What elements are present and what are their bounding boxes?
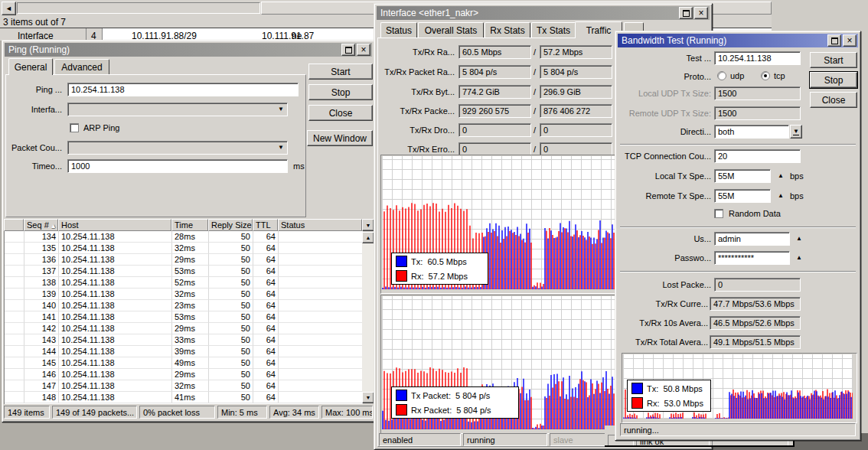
col-blank[interactable] [4,219,24,231]
scrollbar-track[interactable] [362,243,374,392]
table-row[interactable]: 14310.254.11.13833ms5064 [5,334,363,346]
back-button[interactable]: ◄ [2,2,16,15]
rx-color-swatch [396,404,407,416]
direction-combo[interactable]: both [714,125,789,139]
user-input[interactable]: admin [714,232,790,246]
maximize-button[interactable] [827,34,841,47]
spin-up-icon[interactable]: ▲ [778,193,784,199]
tcp-connection-count-input[interactable]: 20 [714,149,801,163]
ping-interface-combo[interactable] [67,103,288,116]
close-button[interactable]: × [357,44,370,56]
udp-radio[interactable] [717,71,726,80]
tab-rx-stats[interactable]: Rx Stats [485,22,530,38]
tcp-radio-label[interactable]: tcp [774,71,785,80]
col-status[interactable]: Status [278,219,362,231]
table-row[interactable]: 14710.254.11.13832ms5064 [5,380,363,392]
close-action-button[interactable]: Close [308,105,373,121]
ping-titlebar[interactable]: Ping (Running) × [5,43,372,57]
iface-status-enabled: enabled [379,433,461,446]
table-row[interactable]: 13510.254.11.13832ms5064 [5,243,363,254]
table-row[interactable]: 13710.254.11.13853ms5064 [5,266,363,277]
stat-rx-value: 5 804 p/s [540,65,612,79]
tab-tx-stats[interactable]: Tx Stats [531,22,576,38]
packet-count-combo[interactable] [67,141,288,155]
arp-ping-checkbox[interactable] [70,123,79,132]
table-row[interactable]: 13610.254.11.13829ms5064 [5,254,363,266]
bw-status-bar: running... [620,423,856,436]
maximize-button[interactable] [341,44,355,56]
new-window-button[interactable]: New Window [307,130,373,146]
col-reply-size[interactable]: Reply Size [208,219,253,231]
bandwidth-test-window: Bandwidth Test (Running) × Test ... 10.2… [615,31,861,441]
random-data-checkbox[interactable] [714,209,723,218]
packet-rate-legend: Tx Packet: 5 804 p/s Rx Packet: 5 804 p/… [391,386,519,419]
tab-general[interactable]: General [8,58,53,75]
test-to-input[interactable]: 10.254.11.138 [714,51,801,65]
col-seq[interactable]: Seq #▲ [24,219,58,231]
stat-tx-value: 60.5 Mbps [458,45,531,59]
scroll-up-button[interactable]: ▲ [362,232,374,243]
local-tx-speed-input[interactable]: 55M [714,169,771,183]
ping-address-input[interactable]: 10.254.11.138 [67,83,299,96]
stat-rx-value: 0 [540,123,612,137]
table-row[interactable]: 14610.254.11.13829ms5064 [5,369,363,380]
winbox-desktop: { "colors":{"tx":"#0000ff","rx":"#ff0000… [0,0,868,450]
bandwidth-window-title: Bandwidth Test (Running) [622,35,726,46]
scroll-down-button[interactable]: ▼ [362,392,374,403]
interface-titlebar[interactable]: Interface <ether1_nakr> × [377,6,710,20]
remote-tx-speed-input[interactable]: 55M [714,189,771,203]
table-row[interactable]: 14810.254.11.13841ms5064 [5,392,363,403]
udp-radio-label[interactable]: udp [730,71,744,80]
table-row[interactable]: 13810.254.11.13852ms5064 [5,277,363,289]
bw-graph-well: Tx: 50.8 Mbps Rx: 53.0 Mbps [622,353,857,423]
test-to-label: Test ... [618,54,711,63]
bandwidth-titlebar[interactable]: Bandwidth Test (Running) × [618,34,858,47]
password-input[interactable]: *********** [714,251,790,265]
tx-legend-label: Tx: 60.5 Mbps [411,257,467,266]
bw-close-button[interactable]: Close [810,92,857,108]
avg10-rate-label: Tx/Rx 10s Avera... [618,318,708,328]
status-min: Min: 5 ms [217,406,267,419]
timeout-input[interactable]: 1000 [67,159,288,173]
ping-interface-label: Interfa... [7,105,62,114]
col-time[interactable]: Time [171,219,208,231]
bw-stop-button[interactable]: Stop [810,72,857,88]
table-row[interactable]: 13910.254.11.13832ms5064 [5,289,363,300]
timeout-unit-label: ms [293,161,305,171]
slash-label: / [534,145,536,154]
chevron-down-icon[interactable]: ▼ [278,145,284,151]
tab-advanced[interactable]: Advanced [54,59,109,74]
tcp-connection-count-label: TCP Connection Cou... [618,152,711,161]
table-row[interactable]: 14510.254.11.13849ms5064 [5,357,363,369]
close-button[interactable]: × [843,34,857,47]
status-packets: 149 of 149 packets... [52,406,137,419]
stat-label: Tx/Rx Packet Ra... [380,67,455,77]
table-row[interactable]: 14110.254.11.13853ms5064 [5,311,363,323]
stop-button[interactable]: Stop [308,84,373,100]
column-filter-button[interactable]: ▼ [362,219,374,231]
spin-up-icon[interactable]: ▲ [796,255,802,261]
bw-graph-legend: Tx: 50.8 Mbps Rx: 53.0 Mbps [627,380,711,412]
stat-rx-value: 876 406 272 [540,104,612,118]
maximize-button[interactable] [679,7,693,19]
col-ttl[interactable]: TTL [253,219,278,231]
tab-overall-stats[interactable]: Overall Stats [418,22,484,38]
stat-label: Tx/Rx Packe... [380,106,455,116]
stat-tx-value: 929 260 575 [458,104,531,118]
start-button[interactable]: Start [308,64,373,80]
tcp-radio[interactable] [761,71,770,80]
table-row[interactable]: 14410.254.11.13839ms5064 [5,346,363,357]
tab-status[interactable]: Status [380,22,417,38]
table-row[interactable]: 14210.254.11.13829ms5064 [5,323,363,334]
tab-general-label: General [15,62,47,73]
chevron-down-icon[interactable]: ▼ [278,106,284,112]
close-button[interactable]: × [694,7,708,19]
table-row[interactable]: 14010.254.11.13823ms5064 [5,300,363,311]
spin-up-icon[interactable]: ▲ [796,236,802,242]
spin-up-icon[interactable]: ▲ [778,173,784,179]
direction-dropdown-button[interactable]: ▼ [790,125,802,139]
table-row[interactable]: 13410.254.11.13828ms5064 [5,231,363,243]
bw-start-button[interactable]: Start [810,52,857,68]
col-host[interactable]: Host [58,219,171,231]
local-udp-size-input: 1500 [714,86,801,100]
